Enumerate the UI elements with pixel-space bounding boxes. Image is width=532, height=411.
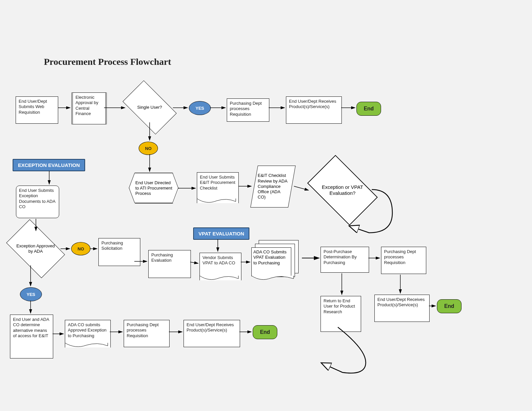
box-alt-means: End User and ADA CO determine alternativ…	[10, 315, 53, 358]
box-purchasing-evaluation: Purchasing Evaluation	[148, 250, 191, 278]
decision-exception-or-vpat: Exception or VPAT Evaluation?	[313, 170, 372, 210]
hex-ati-outline	[129, 173, 179, 203]
box-receives-products: End User/Dept Receives Product(s)/Servic…	[286, 96, 342, 124]
pill-no-single: NO	[139, 142, 158, 155]
decision-exception-or-vpat-label: Exception or VPAT Evaluation?	[313, 170, 372, 210]
decision-single-user-label: Single User?	[126, 92, 173, 122]
doc-eit-checklist-curve	[197, 198, 236, 206]
multidoc-ada-vpat: ADA CO Submits VPAT Evaluation to Purcha…	[251, 240, 301, 280]
para-eit-review-label: E&IT Checklist Review by ADA Compliance …	[254, 166, 292, 207]
doc-ada-submits-curve	[65, 342, 108, 350]
decision-exception-approved: Exception Approved by ADA	[11, 232, 61, 265]
box-receives-products-3: End User/Dept Receives Product(s)/Servic…	[374, 295, 430, 322]
box-purchasing-solicitation: Purchasing Solicitation	[98, 238, 140, 266]
box-purchasing-processes: Purchasing Dept processes Requisition	[227, 98, 269, 122]
terminator-end-2: End	[253, 325, 277, 339]
header-vpat-evaluation: VPAT EVALUATION	[193, 227, 249, 240]
box-exception-docs: End User Submits Exception Documents to …	[16, 186, 59, 218]
svg-line-24	[190, 262, 198, 263]
box-submit-web-req: End User/Dept Submits Web Requisition	[16, 96, 58, 124]
decision-exception-approved-label: Exception Approved by ADA	[11, 232, 61, 265]
pill-yes-exception: YES	[20, 287, 42, 301]
para-eit-review: E&IT Checklist Review by ADA Compliance …	[250, 166, 296, 207]
svg-line-11	[294, 186, 309, 190]
multidoc-ada-vpat-label: ADA CO Submits VPAT Evaluation to Purcha…	[253, 249, 289, 266]
box-post-purchase: Post-Purchase Determination By Purchasin…	[321, 247, 369, 273]
box-purchasing-processes-3: Purchasing Dept processes Requisition	[381, 247, 426, 274]
decision-single-user: Single User?	[126, 92, 173, 122]
svg-marker-0	[129, 173, 178, 203]
pill-yes-single: YES	[189, 101, 211, 115]
box-electronic-approval: Electronic Approval by Central Finance	[71, 92, 107, 124]
doc-vendor-vpat-curve	[199, 275, 239, 283]
header-exception-evaluation: EXCEPTION EVALUATION	[13, 159, 85, 171]
page-title: Procurement Process Flowchart	[44, 57, 171, 67]
pill-no-exception: NO	[71, 242, 90, 255]
terminator-end-3: End	[437, 299, 462, 313]
box-receives-products-2: End User/Dept Receives Product(s)/Servic…	[184, 320, 240, 347]
box-return-to-user: Return to End User for Product Research	[321, 296, 361, 332]
box-purchasing-processes-2: Purchasing Dept processes Requisition	[124, 320, 170, 347]
terminator-end-1: End	[356, 102, 381, 116]
